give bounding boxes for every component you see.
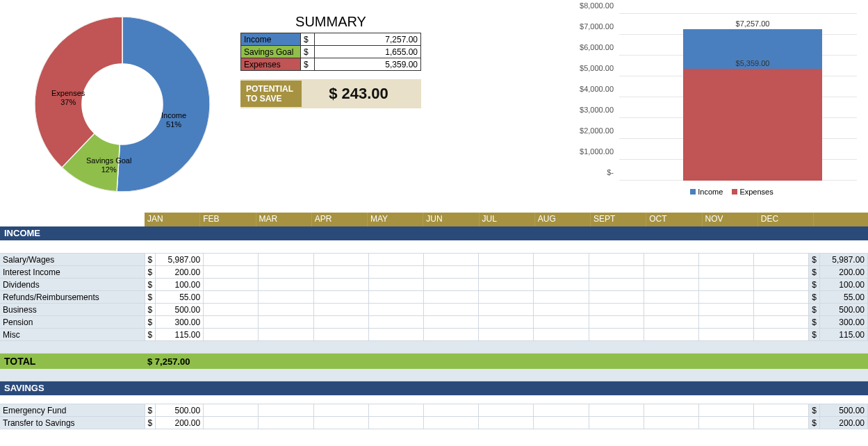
table-row: Refunds/Reimbursements$55.00$55.00 bbox=[0, 291, 868, 304]
bar-expenses bbox=[683, 69, 822, 181]
summary-title: SUMMARY bbox=[240, 14, 421, 30]
budget-grid: JAN FEB MAR APR MAY JUN JUL AUG SEPT OCT… bbox=[0, 213, 868, 429]
bar-label-income: $7,257.00 bbox=[683, 19, 822, 28]
row-label[interactable]: Refunds/Reimbursements bbox=[0, 291, 145, 304]
month-feb[interactable]: FEB bbox=[200, 213, 256, 226]
slice-label-income: Income 51% bbox=[161, 111, 186, 129]
bar-legend: Income Expenses bbox=[600, 188, 857, 196]
month-jun[interactable]: JUN bbox=[423, 213, 479, 226]
row-label[interactable]: Business bbox=[0, 304, 145, 316]
month-oct[interactable]: OCT bbox=[646, 213, 702, 226]
summary-row-expenses-label[interactable]: Expenses bbox=[241, 58, 301, 71]
donut-chart: Income 51% Savings Goal 12% Expenses 37% bbox=[4, 7, 240, 201]
section-header-savings: SAVINGS bbox=[0, 381, 868, 395]
row-label[interactable]: Salary/Wages bbox=[0, 254, 145, 266]
table-row: Misc$115.00$115.00 bbox=[0, 329, 868, 341]
summary-table: Income $ 7,257.00 Savings Goal $ 1,655.0… bbox=[240, 33, 421, 71]
income-table: Salary/Wages$5,987.00$5,987.00Interest I… bbox=[0, 253, 868, 341]
table-row: Dividends$100.00$100.00 bbox=[0, 279, 868, 291]
month-may[interactable]: MAY bbox=[368, 213, 423, 226]
month-jul[interactable]: JUL bbox=[480, 213, 535, 226]
potential-to-save: POTENTIAL TO SAVE $ 243.00 bbox=[240, 79, 421, 108]
month-jan[interactable]: JAN bbox=[145, 213, 200, 226]
slice-label-savings: Savings Goal 12% bbox=[86, 156, 131, 174]
table-row: Salary/Wages$5,987.00$5,987.00 bbox=[0, 254, 868, 266]
month-dec[interactable]: DEC bbox=[758, 213, 814, 226]
table-row: Interest Income$200.00$200.00 bbox=[0, 266, 868, 279]
section-header-income: INCOME bbox=[0, 226, 868, 240]
summary-row-savings-label[interactable]: Savings Goal bbox=[241, 46, 301, 58]
month-aug[interactable]: AUG bbox=[535, 213, 591, 226]
months-header: JAN FEB MAR APR MAY JUN JUL AUG SEPT OCT… bbox=[0, 213, 868, 226]
row-label[interactable]: Dividends bbox=[0, 279, 145, 291]
table-row: Emergency Fund$500.00$500.00 bbox=[0, 404, 868, 417]
row-label[interactable]: Transfer to Savings bbox=[0, 417, 145, 429]
month-apr[interactable]: APR bbox=[312, 213, 368, 226]
income-total-row: TOTAL $ 7,257.00 bbox=[0, 354, 868, 369]
savings-table: Emergency Fund$500.00$500.00Transfer to … bbox=[0, 404, 868, 429]
month-sept[interactable]: SEPT bbox=[591, 213, 646, 226]
summary-panel: SUMMARY Income $ 7,257.00 Savings Goal $… bbox=[240, 7, 421, 201]
row-label[interactable]: Pension bbox=[0, 316, 145, 329]
svg-point-0 bbox=[81, 63, 163, 145]
bar-label-expenses: $5,359.00 bbox=[683, 59, 822, 67]
row-label[interactable]: Emergency Fund bbox=[0, 404, 145, 417]
slice-label-expenses: Expenses 37% bbox=[51, 89, 85, 107]
month-mar[interactable]: MAR bbox=[256, 213, 312, 226]
row-label[interactable]: Misc bbox=[0, 329, 145, 341]
table-row: Business$500.00$500.00 bbox=[0, 304, 868, 316]
summary-row-income-label[interactable]: Income bbox=[241, 33, 301, 46]
table-row: Transfer to Savings$200.00$200.00 bbox=[0, 417, 868, 429]
potential-value: $ 243.00 bbox=[302, 85, 421, 103]
bar-chart: $- $1,000.00 $2,000.00 $3,000.00 $4,000.… bbox=[421, 7, 864, 201]
month-nov[interactable]: NOV bbox=[703, 213, 758, 226]
table-row: Pension$300.00$300.00 bbox=[0, 316, 868, 329]
potential-label: POTENTIAL TO SAVE bbox=[240, 81, 302, 108]
row-label[interactable]: Interest Income bbox=[0, 266, 145, 279]
